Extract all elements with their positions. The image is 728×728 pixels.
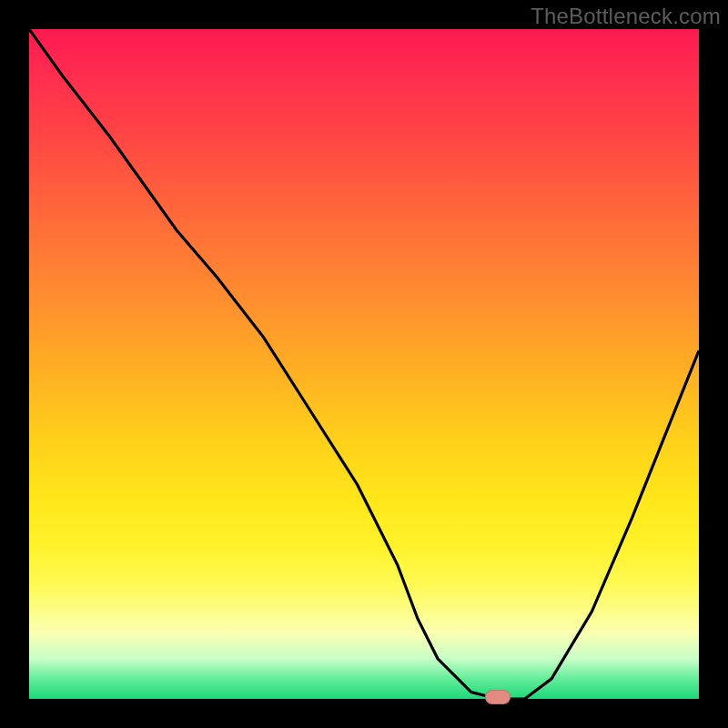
plot-area bbox=[29, 29, 699, 699]
optimum-marker bbox=[485, 690, 511, 704]
watermark-text: TheBottleneck.com bbox=[531, 4, 721, 29]
curve-path bbox=[29, 29, 699, 699]
chart-stage: TheBottleneck.com bbox=[0, 0, 728, 728]
bottleneck-curve bbox=[29, 29, 699, 699]
